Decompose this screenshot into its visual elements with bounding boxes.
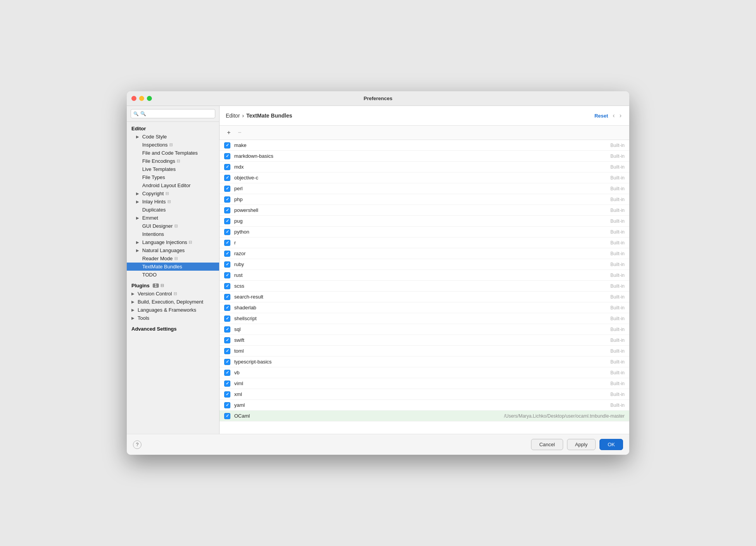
bundle-row[interactable]: vimlBuilt-in [220, 378, 629, 389]
bundle-row[interactable]: swiftBuilt-in [220, 335, 629, 346]
bundle-row[interactable]: makeBuilt-in [220, 140, 629, 151]
apply-button[interactable]: Apply [567, 439, 596, 450]
toolbar: + − [220, 126, 629, 140]
bundle-row[interactable]: razorBuilt-in [220, 248, 629, 259]
sidebar-item-gui-designer[interactable]: GUI Designer ⊟ [127, 222, 219, 230]
sidebar-item-android-layout-editor[interactable]: Android Layout Editor [127, 181, 219, 189]
bundle-row[interactable]: pugBuilt-in [220, 216, 629, 227]
bundle-row[interactable]: pythonBuilt-in [220, 227, 629, 237]
bundle-checkbox[interactable] [224, 251, 230, 257]
sidebar-item-code-style[interactable]: ▶ Code Style [127, 133, 219, 141]
sidebar-item-reader-mode[interactable]: Reader Mode ⊟ [127, 254, 219, 263]
bundle-checkbox[interactable] [224, 316, 230, 322]
bundle-checkbox[interactable] [224, 218, 230, 224]
bundle-row[interactable]: xmlBuilt-in [220, 389, 629, 400]
bundle-checkbox[interactable] [224, 337, 230, 343]
bundle-checkbox[interactable] [224, 186, 230, 192]
sidebar-item-file-code-templates[interactable]: File and Code Templates [127, 149, 219, 157]
sidebar-item-duplicates[interactable]: Duplicates [127, 206, 219, 214]
chevron-icon: ▶ [131, 316, 136, 320]
help-button[interactable]: ? [133, 440, 141, 449]
reset-button[interactable]: Reset [594, 113, 608, 119]
sidebar-item-plugins: Plugins 1 ⊟ [127, 280, 219, 290]
close-button[interactable] [131, 96, 136, 101]
sidebar-item-inlay-hints[interactable]: ▶ Inlay Hints ⊟ [127, 198, 219, 206]
bundle-checkbox[interactable] [224, 413, 230, 419]
bundle-checkbox[interactable] [224, 207, 230, 213]
bundle-checkbox[interactable] [224, 326, 230, 333]
chevron-icon: ▶ [131, 308, 136, 312]
sidebar-item-copyright[interactable]: ▶ Copyright ⊟ [127, 189, 219, 198]
sidebar-item-emmet[interactable]: ▶ Emmet [127, 214, 219, 222]
bundle-row[interactable]: phpBuilt-in [220, 194, 629, 205]
bundle-row[interactable]: rBuilt-in [220, 237, 629, 248]
breadcrumb-parent: Editor [226, 113, 240, 119]
nav-back-button[interactable]: ‹ [611, 111, 616, 120]
bundle-row[interactable]: rubyBuilt-in [220, 259, 629, 270]
sidebar-item-intentions[interactable]: Intentions [127, 230, 219, 238]
bundle-checkbox[interactable] [224, 402, 230, 408]
bundle-row[interactable]: objective-cBuilt-in [220, 172, 629, 183]
sidebar-item-tools[interactable]: ▶ Tools [127, 314, 219, 322]
bundle-row[interactable]: perlBuilt-in [220, 183, 629, 194]
bundle-tag: Built-in [610, 392, 625, 397]
sidebar-item-build-execution-deployment[interactable]: ▶ Build, Execution, Deployment [127, 298, 219, 306]
sidebar-item-todo[interactable]: TODO [127, 271, 219, 279]
bundle-checkbox[interactable] [224, 142, 230, 148]
chevron-icon: ▶ [136, 200, 141, 204]
bundle-row[interactable]: markdown-basicsBuilt-in [220, 151, 629, 162]
sidebar-item-languages-frameworks[interactable]: ▶ Languages & Frameworks [127, 306, 219, 314]
ok-button[interactable]: OK [599, 439, 623, 450]
sidebar-item-file-encodings[interactable]: File Encodings ⊟ [127, 157, 219, 165]
sidebar-item-file-types[interactable]: File Types [127, 173, 219, 181]
remove-bundle-button[interactable]: − [235, 128, 244, 137]
bundle-checkbox[interactable] [224, 164, 230, 170]
bundle-checkbox[interactable] [224, 153, 230, 159]
bundle-row[interactable]: rustBuilt-in [220, 270, 629, 281]
bundle-checkbox[interactable] [224, 175, 230, 181]
bundle-row[interactable]: yamlBuilt-in [220, 400, 629, 411]
minimize-button[interactable] [139, 96, 144, 101]
bundle-checkbox[interactable] [224, 305, 230, 311]
bundle-checkbox[interactable] [224, 240, 230, 246]
bundle-row[interactable]: scssBuilt-in [220, 281, 629, 292]
add-bundle-button[interactable]: + [224, 128, 233, 137]
bundle-row[interactable]: OCaml/Users/Marya.Lichko/Desktop/user/oc… [220, 411, 629, 421]
sidebar-item-natural-languages[interactable]: ▶ Natural Languages [127, 246, 219, 254]
bundle-row[interactable]: search-resultBuilt-in [220, 292, 629, 302]
bundle-row[interactable]: typescript-basicsBuilt-in [220, 357, 629, 367]
maximize-button[interactable] [147, 96, 152, 101]
bundle-tag: Built-in [610, 348, 625, 354]
bundle-row[interactable]: mdxBuilt-in [220, 162, 629, 172]
search-input[interactable] [131, 109, 215, 118]
bundle-checkbox[interactable] [224, 294, 230, 300]
sidebar-item-textmate-bundles[interactable]: TextMate Bundles [127, 263, 219, 271]
bundle-row[interactable]: shellscriptBuilt-in [220, 313, 629, 324]
sidebar-item-language-injections[interactable]: ▶ Language Injections ⊟ [127, 238, 219, 246]
copyright-label: Copyright [142, 191, 164, 196]
bundle-name: search-result [234, 294, 610, 300]
bundle-checkbox[interactable] [224, 261, 230, 268]
bundle-checkbox[interactable] [224, 380, 230, 387]
bundle-checkbox[interactable] [224, 229, 230, 235]
breadcrumb-separator: › [242, 113, 244, 119]
sidebar-item-live-templates[interactable]: Live Templates [127, 165, 219, 173]
sidebar-item-version-control[interactable]: ▶ Version Control ⊟ [127, 290, 219, 298]
sidebar-item-inspections[interactable]: Inspections ⊟ [127, 141, 219, 149]
bundle-checkbox[interactable] [224, 196, 230, 203]
bundle-checkbox[interactable] [224, 348, 230, 354]
bundle-checkbox[interactable] [224, 283, 230, 289]
nav-forward-button[interactable]: › [618, 111, 623, 120]
bundle-checkbox[interactable] [224, 391, 230, 398]
bundle-name: OCaml [234, 413, 504, 419]
bundle-row[interactable]: powershellBuilt-in [220, 205, 629, 216]
bundle-row[interactable]: vbBuilt-in [220, 367, 629, 378]
cancel-button[interactable]: Cancel [531, 439, 563, 450]
panel-header: Editor › TextMate Bundles Reset ‹ › [220, 106, 629, 126]
bundle-row[interactable]: sqlBuilt-in [220, 324, 629, 335]
bundle-checkbox[interactable] [224, 272, 230, 278]
bundle-row[interactable]: tomlBuilt-in [220, 346, 629, 357]
bundle-checkbox[interactable] [224, 359, 230, 365]
bundle-checkbox[interactable] [224, 370, 230, 376]
bundle-row[interactable]: shaderlabBuilt-in [220, 302, 629, 313]
